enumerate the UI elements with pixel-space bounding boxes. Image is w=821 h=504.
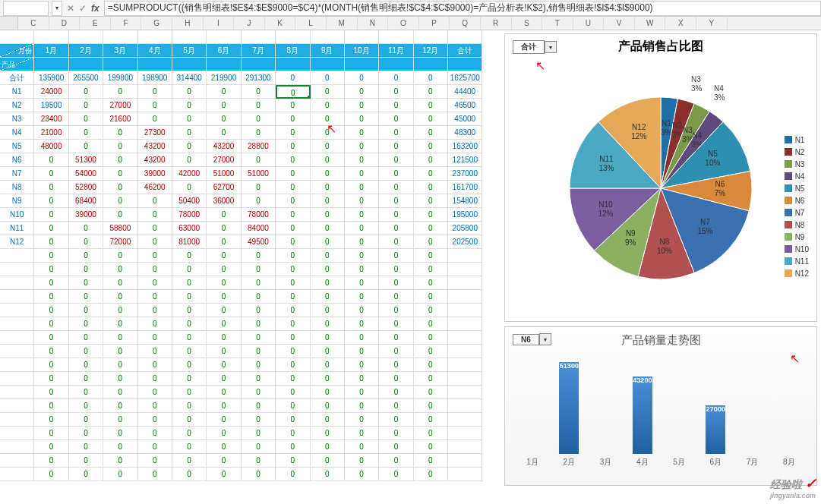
table-cell[interactable]: 0 xyxy=(138,112,172,126)
table-cell[interactable]: 0 xyxy=(172,181,207,194)
table-cell[interactable]: 0 xyxy=(345,222,379,235)
table-cell[interactable]: 0 xyxy=(414,331,448,345)
table-cell[interactable]: 43200 xyxy=(138,153,172,167)
table-cell[interactable]: 0 xyxy=(34,181,68,194)
table-cell[interactable]: 0 xyxy=(138,235,172,249)
table-cell[interactable]: 0 xyxy=(69,290,103,304)
column-header[interactable]: T xyxy=(542,17,573,30)
table-cell[interactable]: 0 xyxy=(207,126,241,140)
column-header[interactable]: G xyxy=(141,17,172,30)
table-cell[interactable]: 0 xyxy=(276,358,310,372)
table-cell[interactable]: 0 xyxy=(103,440,137,454)
table-cell[interactable]: 0 xyxy=(207,454,241,468)
table-cell[interactable]: 202500 xyxy=(448,235,482,249)
column-header[interactable]: Y xyxy=(696,17,728,30)
table-cell[interactable]: 0 xyxy=(242,331,276,345)
table-cell[interactable]: 0 xyxy=(311,194,345,208)
table-cell[interactable]: 0 xyxy=(172,440,207,454)
table-cell[interactable]: 0 xyxy=(379,386,413,399)
table-cell[interactable]: 0 xyxy=(414,249,448,263)
table-cell[interactable]: 48000 xyxy=(34,140,68,153)
table-cell[interactable] xyxy=(448,290,482,304)
table-cell[interactable]: 0 xyxy=(172,153,207,167)
table-cell[interactable]: 0 xyxy=(207,468,241,481)
table-cell[interactable]: 0 xyxy=(69,440,103,454)
table-cell[interactable]: 0 xyxy=(311,317,345,331)
table-cell[interactable]: 0 xyxy=(379,290,413,304)
table-cell[interactable]: 0 xyxy=(103,208,137,222)
table-cell[interactable]: 0 xyxy=(242,304,276,317)
table-cell[interactable]: 163200 xyxy=(448,140,482,153)
table-cell[interactable]: 0 xyxy=(276,181,310,194)
table-cell[interactable]: 0 xyxy=(345,235,379,249)
enter-icon[interactable]: ✓ xyxy=(79,3,87,14)
table-cell[interactable]: 0 xyxy=(103,317,137,331)
table-cell[interactable]: 237000 xyxy=(448,167,482,181)
table-cell[interactable]: 0 xyxy=(34,413,68,427)
table-cell[interactable]: 0 xyxy=(414,181,448,194)
table-cell[interactable]: 0 xyxy=(276,235,310,249)
table-cell[interactable]: 0 xyxy=(103,85,137,99)
table-cell[interactable]: 0 xyxy=(172,468,207,481)
table-cell[interactable]: 0 xyxy=(242,372,276,386)
table-cell[interactable]: 0 xyxy=(345,112,379,126)
table-cell[interactable]: 24000 xyxy=(34,85,68,99)
table-cell[interactable]: 0 xyxy=(34,468,68,481)
fx-icon[interactable]: fx xyxy=(91,3,99,14)
table-cell[interactable]: 0 xyxy=(172,454,207,468)
table-cell[interactable] xyxy=(448,413,482,427)
table-cell[interactable]: 0 xyxy=(138,85,172,99)
table-cell[interactable]: 0 xyxy=(69,427,103,440)
table-cell[interactable]: 0 xyxy=(414,99,448,112)
table-cell[interactable]: 0 xyxy=(345,317,379,331)
table-cell[interactable]: 0 xyxy=(311,399,345,413)
table-cell[interactable]: 0 xyxy=(138,427,172,440)
column-header[interactable]: Q xyxy=(450,17,481,30)
table-cell[interactable]: 0 xyxy=(207,413,241,427)
table-cell[interactable]: 27000 xyxy=(207,153,241,167)
table-cell[interactable]: 0 xyxy=(172,304,207,317)
table-cell[interactable]: 0 xyxy=(276,71,310,85)
table-cell[interactable]: 0 xyxy=(379,99,413,112)
table-cell[interactable] xyxy=(448,304,482,317)
table-cell[interactable]: 0 xyxy=(414,399,448,413)
table-cell[interactable]: 0 xyxy=(276,85,310,99)
table-cell[interactable]: 0 xyxy=(311,304,345,317)
table-cell[interactable]: 0 xyxy=(276,126,310,140)
table-cell[interactable]: 0 xyxy=(311,331,345,345)
table-cell[interactable]: 21000 xyxy=(34,126,68,140)
table-cell[interactable]: 0 xyxy=(172,358,207,372)
table-cell[interactable]: 0 xyxy=(138,99,172,112)
table-cell[interactable]: 205800 xyxy=(448,222,482,235)
table-cell[interactable]: 51000 xyxy=(207,167,241,181)
select-all-corner[interactable] xyxy=(0,17,18,30)
table-cell[interactable]: 0 xyxy=(103,468,137,481)
table-cell[interactable]: 0 xyxy=(345,427,379,440)
column-header[interactable]: W xyxy=(635,17,666,30)
chevron-down-icon[interactable]: ▾ xyxy=(545,41,557,53)
table-cell[interactable]: 0 xyxy=(103,345,137,358)
table-cell[interactable]: 0 xyxy=(103,427,137,440)
table-cell[interactable]: 0 xyxy=(34,317,68,331)
table-cell[interactable]: 0 xyxy=(69,85,103,99)
table-cell[interactable]: 0 xyxy=(414,140,448,153)
table-cell[interactable]: 0 xyxy=(69,222,103,235)
table-cell[interactable]: 0 xyxy=(69,276,103,290)
table-cell[interactable]: 72000 xyxy=(103,235,137,249)
table-cell[interactable]: 0 xyxy=(276,290,310,304)
bar-dropdown[interactable]: N6 ▾ xyxy=(513,333,809,345)
table-cell[interactable]: 0 xyxy=(276,440,310,454)
table-cell[interactable]: 0 xyxy=(69,263,103,276)
table-cell[interactable]: 0 xyxy=(207,235,241,249)
table-cell[interactable]: 45000 xyxy=(448,112,482,126)
table-cell[interactable]: 42000 xyxy=(172,167,207,181)
table-cell[interactable]: 0 xyxy=(172,372,207,386)
table-cell[interactable] xyxy=(448,317,482,331)
column-header[interactable]: J xyxy=(234,17,265,30)
table-cell[interactable]: 62700 xyxy=(207,181,241,194)
table-cell[interactable]: 0 xyxy=(34,331,68,345)
table-cell[interactable]: 0 xyxy=(345,440,379,454)
table-cell[interactable]: 0 xyxy=(379,358,413,372)
table-cell[interactable]: 0 xyxy=(276,331,310,345)
cancel-icon[interactable]: ✕ xyxy=(67,3,74,14)
